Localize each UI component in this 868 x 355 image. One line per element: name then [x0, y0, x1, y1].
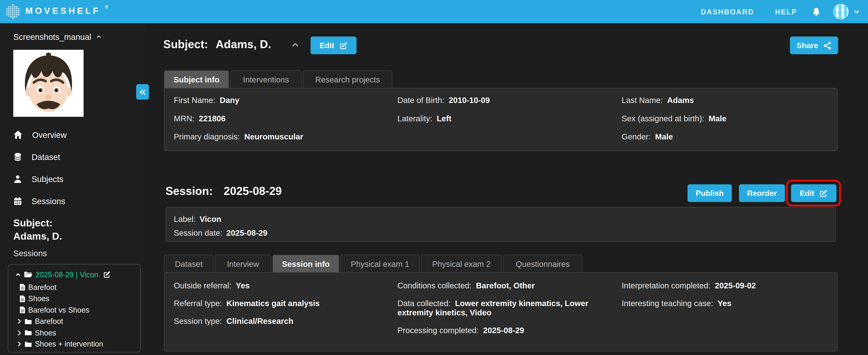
subject-info-col3: Last Name:Adams Sex (assigned at birth):… — [622, 96, 837, 151]
tree-item-folder[interactable]: Shoes — [12, 327, 137, 338]
publish-button[interactable]: Publish — [687, 184, 732, 202]
sidebar-subject-name: Adams, D. — [13, 230, 146, 243]
subject-collapse-chevron-up-icon[interactable] — [291, 41, 300, 49]
sidebar-item-sessions[interactable]: Sessions — [0, 190, 146, 212]
sidebar-item-label: Dataset — [32, 152, 60, 161]
tree-item-label: Shoes — [35, 329, 56, 337]
document-icon — [19, 283, 26, 291]
chevron-up-icon — [96, 34, 102, 40]
sidebar-item-subjects[interactable]: Subjects — [0, 168, 146, 190]
field-session-date: Session date:2025-08-29 — [174, 226, 835, 240]
chevron-right-icon — [17, 341, 22, 347]
share-icon — [823, 41, 832, 50]
registered-mark: ® — [105, 4, 108, 11]
project-name: Screenshots_manual — [13, 32, 91, 42]
person-icon — [13, 174, 22, 184]
tab-subject-info[interactable]: Subject info — [164, 70, 229, 88]
reorder-button[interactable]: Reorder — [739, 184, 785, 202]
subject-title: Subject: Adams, D. — [163, 38, 271, 51]
subject-title-label: Subject: — [163, 38, 208, 51]
sidebar-item-dataset[interactable]: Dataset — [0, 146, 146, 168]
tab-interview[interactable]: Interview — [215, 255, 271, 272]
field-conditions-collected: Conditions collected:Barefoot, Other — [398, 281, 611, 299]
edit-subject-button[interactable]: Edit — [311, 36, 356, 54]
subject-tabs: Subject info Interventions Research proj… — [164, 70, 394, 88]
tree-item-label: Barefoot — [28, 283, 56, 291]
field-session-label: Label:Vicon — [174, 213, 835, 226]
top-nav: DASHBOARD HELP — [701, 4, 860, 20]
tab-physical-exam-1[interactable]: Physical exam 1 — [340, 255, 420, 272]
tree-item-document[interactable]: Shoes — [12, 293, 137, 304]
top-bar: MOVESHELF ® DASHBOARD HELP — [0, 0, 868, 23]
home-icon — [13, 130, 23, 139]
field-first-name: First Name:Dany — [174, 96, 398, 114]
subject-info-col1: First Name:Dany MRN:221806 Primary diagn… — [174, 96, 398, 151]
session-tree-link[interactable]: 2025-08-29 | Vicon — [35, 270, 98, 279]
sidebar-item-overview[interactable]: Overview — [0, 124, 146, 146]
edit-pencil-icon — [339, 41, 347, 50]
share-button[interactable]: Share — [790, 36, 838, 54]
chevron-right-icon — [17, 318, 22, 324]
tab-questionnaires[interactable]: Questionnaires — [503, 255, 582, 272]
user-menu-chevron-down-icon[interactable] — [853, 8, 860, 15]
session-info-col2: Conditions collected:Barefoot, Other Dat… — [398, 281, 622, 351]
session-meta-panel: Label:Vicon Session date:2025-08-29 — [165, 207, 836, 242]
tree-item-document[interactable]: Barefoot vs Shoes — [12, 304, 137, 316]
tab-physical-exam-2[interactable]: Physical exam 2 — [421, 255, 502, 272]
session-tree: 2025-08-29 | Vicon Barefoot — [8, 264, 141, 353]
field-interpretation-completed: Interpretation completed:2025-09-02 — [622, 281, 837, 299]
session-info-col3: Interpretation completed:2025-09-02 Inte… — [622, 281, 837, 351]
session-title: Session: 2025-08-29 — [165, 184, 282, 197]
chevron-up-icon — [15, 271, 21, 278]
edit-pencil-icon — [819, 189, 828, 197]
sidebar-sessions-heading: Sessions — [13, 249, 146, 258]
session-info-col1: Outside referral:Yes Referral type:Kinem… — [174, 281, 398, 351]
tab-dataset[interactable]: Dataset — [164, 255, 214, 272]
field-outside-referral: Outside referral:Yes — [174, 281, 398, 299]
field-referral-type: Referral type:Kinematics gait analysis — [174, 299, 398, 317]
field-date-of-birth: Date of Birth:2010-10-09 — [398, 96, 622, 114]
tree-item-document[interactable]: Barefoot — [12, 282, 137, 293]
field-sex-assigned-at-birth: Sex (assigned at birth):Male — [622, 114, 837, 132]
tab-session-info[interactable]: Session info — [273, 255, 340, 272]
sidebar-item-label: Overview — [32, 130, 67, 139]
session-tabs: Dataset Interview Session info Physical … — [164, 255, 584, 272]
open-folder-icon — [24, 270, 33, 278]
database-icon — [13, 152, 22, 161]
session-title-label: Session: — [165, 184, 213, 197]
chevron-right-icon — [17, 330, 22, 336]
double-chevron-left-icon — [139, 88, 146, 95]
session-tree-node[interactable]: 2025-08-29 | Vicon — [12, 267, 137, 282]
sidebar-collapse-button[interactable] — [136, 84, 149, 100]
share-label: Share — [797, 41, 818, 50]
subject-info-panel: First Name:Dany MRN:221806 Primary diagn… — [164, 88, 838, 151]
edit-session-button[interactable]: Edit — [791, 184, 836, 202]
folder-icon — [24, 329, 32, 336]
subject-title-name: Adams, D. — [216, 38, 271, 51]
edit-subject-label: Edit — [319, 41, 334, 50]
tree-item-label: Shoes — [28, 295, 49, 303]
calendar-icon — [13, 196, 22, 206]
subject-photo — [13, 50, 84, 117]
document-icon — [19, 295, 26, 302]
user-avatar[interactable] — [833, 4, 849, 20]
main-content: Subject: Adams, D. Edit Share — [146, 23, 868, 355]
edit-pencil-icon[interactable] — [103, 270, 111, 278]
tree-item-folder[interactable]: Barefoot — [12, 316, 137, 327]
moveshelf-app: MOVESHELF ® DASHBOARD HELP Screenshots_m… — [0, 0, 868, 355]
help-link[interactable]: HELP — [775, 7, 797, 16]
sidebar-item-label: Subjects — [32, 174, 63, 184]
sidebar: Screenshots_manual — [0, 23, 146, 355]
tab-interventions[interactable]: Interventions — [230, 70, 302, 88]
tab-research-projects[interactable]: Research projects — [303, 70, 393, 88]
field-laterality: Laterality:Left — [398, 114, 622, 132]
field-last-name: Last Name:Adams — [622, 96, 837, 114]
tree-item-folder[interactable]: Shoes + intervention — [12, 338, 137, 350]
notifications-bell-icon[interactable] — [812, 7, 821, 17]
project-selector[interactable]: Screenshots_manual — [13, 32, 146, 42]
dashboard-link[interactable]: DASHBOARD — [701, 7, 754, 16]
field-data-collected: Data collected:Lower extremity kinematic… — [398, 299, 611, 326]
tree-item-label: Shoes + intervention — [35, 340, 103, 348]
field-session-type: Session type:Clinical/Research — [174, 317, 398, 334]
brand-name: MOVESHELF — [26, 4, 100, 18]
